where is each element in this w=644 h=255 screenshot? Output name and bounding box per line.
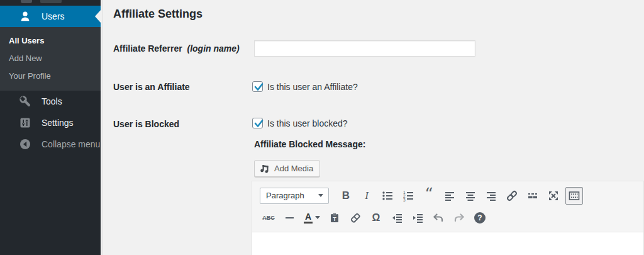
sidebar-item-your-profile[interactable]: Your Profile bbox=[0, 67, 101, 85]
sidebar-item-settings-label: Settings bbox=[42, 118, 74, 128]
align-right-button[interactable] bbox=[482, 187, 500, 205]
users-submenu: All Users Add New Your Profile bbox=[0, 27, 101, 91]
svg-text:3: 3 bbox=[403, 198, 406, 202]
strikethrough-button[interactable]: ABC bbox=[260, 209, 277, 227]
editor-toolbar-row-1: Paragraph B I bbox=[260, 184, 643, 207]
editor-content-area[interactable] bbox=[252, 232, 643, 255]
special-character-icon: Ω bbox=[372, 212, 380, 224]
redo-icon bbox=[453, 212, 465, 224]
horizontal-rule-icon bbox=[286, 217, 294, 218]
italic-icon: I bbox=[365, 190, 369, 202]
login-name-note: (login name) bbox=[187, 43, 239, 54]
active-item-arrow bbox=[95, 10, 101, 23]
sidebar-item-users-label: Users bbox=[42, 11, 65, 21]
undo-button[interactable] bbox=[430, 209, 447, 227]
paragraph-format-dropdown[interactable]: Paragraph bbox=[260, 188, 329, 204]
partial-menu-label bbox=[40, 0, 62, 3]
text-color-button[interactable]: A bbox=[301, 209, 323, 227]
bulleted-list-button[interactable] bbox=[379, 187, 396, 205]
read-more-button[interactable] bbox=[524, 187, 541, 205]
is-affiliate-checkbox-label[interactable]: Is this user an Affiliate? bbox=[267, 82, 358, 92]
sidebar-item-collapse-label: Collapse menu bbox=[42, 139, 100, 149]
blocked-message-label: Affiliate Blocked Message: bbox=[254, 139, 365, 149]
content-divider-line bbox=[103, 0, 103, 255]
page-title: Affiliate Settings bbox=[113, 8, 203, 21]
special-character-button[interactable]: Ω bbox=[367, 209, 385, 227]
blockquote-button[interactable]: “ bbox=[420, 187, 438, 205]
affiliate-referrer-input[interactable] bbox=[254, 40, 475, 57]
strikethrough-icon: ABC bbox=[262, 215, 275, 221]
users-icon bbox=[19, 10, 31, 23]
affiliate-referrer-label-text: Affiliate Referrer bbox=[113, 43, 182, 54]
add-media-icon bbox=[260, 164, 270, 174]
numbered-list-icon: 1 2 3 bbox=[402, 190, 414, 202]
chevron-down-icon bbox=[318, 194, 323, 197]
affiliate-referrer-label: Affiliate Referrer (login name) bbox=[113, 43, 240, 54]
wordpress-admin-screen: Users All Users Add New Your Profile Too… bbox=[0, 0, 644, 255]
user-is-blocked-label: User is Blocked bbox=[113, 119, 179, 129]
sidebar-item-tools[interactable]: Tools bbox=[0, 91, 101, 112]
toolbar-toggle-icon bbox=[568, 190, 580, 202]
insert-link-button[interactable] bbox=[503, 187, 521, 205]
add-media-label: Add Media bbox=[274, 164, 313, 173]
indent-icon bbox=[411, 212, 424, 224]
svg-text:T: T bbox=[333, 215, 336, 222]
main-content: Affiliate Settings Affiliate Referrer (l… bbox=[101, 0, 644, 255]
admin-sidebar: Users All Users Add New Your Profile Too… bbox=[0, 0, 101, 255]
text-color-bar bbox=[304, 222, 313, 224]
align-left-icon bbox=[443, 190, 456, 202]
undo-icon bbox=[432, 212, 445, 224]
is-blocked-checkbox-label[interactable]: Is this user blocked? bbox=[267, 118, 348, 128]
toolbar-toggle-button[interactable] bbox=[565, 187, 583, 205]
paste-as-text-icon: T bbox=[328, 212, 341, 224]
align-center-button[interactable] bbox=[462, 187, 479, 205]
help-icon: ? bbox=[474, 212, 486, 224]
indent-button[interactable] bbox=[409, 209, 426, 227]
outdent-icon bbox=[391, 212, 403, 224]
bold-button[interactable]: B bbox=[337, 187, 355, 205]
blockquote-icon: “ bbox=[425, 191, 433, 201]
sidebar-item-users[interactable]: Users bbox=[0, 6, 101, 27]
settings-sliders-icon bbox=[19, 116, 31, 129]
paste-as-text-button[interactable]: T bbox=[326, 209, 343, 227]
partial-menu-icon bbox=[21, 0, 32, 3]
numbered-list-button[interactable]: 1 2 3 bbox=[399, 187, 417, 205]
sidebar-item-settings[interactable]: Settings bbox=[0, 112, 101, 133]
help-button[interactable]: ? bbox=[471, 209, 489, 227]
link-icon bbox=[506, 190, 518, 202]
is-blocked-checkbox[interactable] bbox=[252, 118, 263, 128]
is-affiliate-checkbox[interactable] bbox=[252, 81, 263, 92]
sidebar-item-all-users[interactable]: All Users bbox=[0, 32, 101, 50]
paragraph-dropdown-value: Paragraph bbox=[266, 191, 304, 200]
read-more-icon bbox=[526, 190, 539, 202]
clear-formatting-button[interactable] bbox=[347, 209, 364, 227]
add-media-button[interactable]: Add Media bbox=[254, 160, 320, 177]
align-left-button[interactable] bbox=[441, 187, 458, 205]
collapse-arrow-icon bbox=[19, 138, 31, 150]
redo-button[interactable] bbox=[450, 209, 468, 227]
align-right-icon bbox=[485, 190, 497, 202]
editor-toolbar: Paragraph B I bbox=[252, 181, 643, 232]
text-color-chevron-icon bbox=[315, 216, 320, 219]
sidebar-item-tools-label: Tools bbox=[42, 96, 62, 106]
bold-icon: B bbox=[342, 190, 350, 202]
text-color-icon: A bbox=[304, 212, 313, 224]
align-center-icon bbox=[464, 190, 477, 202]
fullscreen-button[interactable] bbox=[545, 187, 562, 205]
partial-menu-item bbox=[0, 0, 101, 6]
eraser-icon bbox=[349, 212, 362, 224]
bulleted-list-icon bbox=[381, 190, 394, 202]
italic-button[interactable]: I bbox=[358, 187, 375, 205]
text-color-letter: A bbox=[305, 212, 311, 221]
editor-toolbar-row-2: ABC A bbox=[260, 207, 643, 229]
horizontal-rule-button[interactable] bbox=[280, 209, 298, 227]
sidebar-item-collapse-menu[interactable]: Collapse menu bbox=[0, 133, 101, 155]
outdent-button[interactable] bbox=[388, 209, 406, 227]
wrench-icon bbox=[19, 95, 31, 108]
fullscreen-icon bbox=[547, 190, 560, 202]
user-is-affiliate-label: User is an Affiliate bbox=[113, 82, 190, 92]
blocked-message-editor: Paragraph B I bbox=[252, 181, 644, 255]
sidebar-item-add-new[interactable]: Add New bbox=[0, 50, 101, 67]
